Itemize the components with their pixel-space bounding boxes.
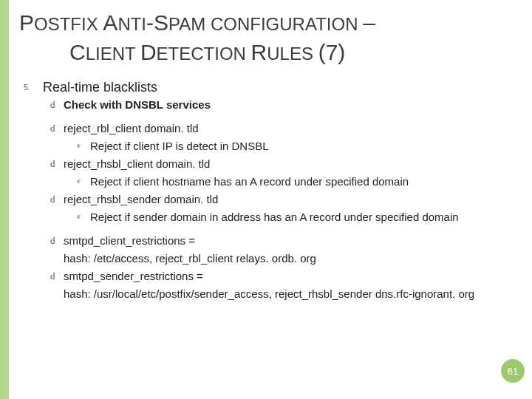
bullet-icon: ¢ (77, 210, 90, 225)
list-item: d Check with DNSBL services (50, 98, 510, 112)
list-item: d reject_rbl_client domain. tld (50, 121, 510, 136)
slide-body: 5. Real-time blacklists d Check with DNS… (0, 75, 532, 301)
list-item: d smtpd_client_restrictions = (50, 233, 510, 248)
bullet-icon: d (50, 157, 64, 171)
list-item: d smtpd_sender_restrictions = (50, 269, 510, 284)
bullet-icon: ¢ (77, 139, 90, 154)
slide-title-line2: CLIENT DETECTION RULES (7) (0, 40, 532, 75)
list-subitem: ¢ Reject if client IP is detect in DNSBL (77, 139, 510, 154)
list-continuation: hash: /usr/local/etc/postfix/sender_acce… (50, 287, 510, 301)
section-heading: Real-time blacklists (43, 80, 157, 95)
item-text: Reject if sender domain in address has a… (90, 210, 459, 225)
item-text: Check with DNSBL services (64, 98, 211, 112)
item-text: reject_rhsbl_sender domain. tld (64, 192, 218, 207)
bullet-icon: d (50, 192, 64, 207)
item-text: smtpd_client_restrictions = (64, 233, 195, 248)
bullet-icon: d (50, 269, 64, 284)
bullet-spacer (50, 287, 64, 301)
list-subitem: ¢ Reject if sender domain in address has… (77, 210, 510, 225)
item-text: reject_rbl_client domain. tld (64, 121, 199, 136)
item-text: Reject if client IP is detect in DNSBL (90, 139, 269, 154)
list-item: d reject_rhsbl_sender domain. tld (50, 192, 510, 207)
list-subitem: ¢ Reject if client hostname has an A rec… (77, 174, 510, 189)
item-text: Reject if client hostname has an A recor… (90, 174, 409, 189)
item-text: smtpd_sender_restrictions = (64, 269, 203, 284)
bullet-icon: d (50, 98, 64, 112)
numbered-heading: 5. Real-time blacklists (24, 80, 510, 95)
slide-title-line1: POSTFIX ANTI-SPAM CONFIGURATION – (0, 0, 532, 40)
list-item: d reject_rhsbl_client domain. tld (50, 157, 510, 171)
bullet-spacer (50, 251, 64, 266)
item-text: hash: /etc/access, reject_rbl_client rel… (64, 251, 316, 266)
list-continuation: hash: /etc/access, reject_rbl_client rel… (50, 251, 510, 266)
bullet-icon: d (50, 233, 64, 248)
list-number: 5. (24, 80, 43, 92)
item-text: hash: /usr/local/etc/postfix/sender_acce… (64, 287, 474, 301)
item-text: reject_rhsbl_client domain. tld (64, 157, 210, 171)
bullet-icon: d (50, 121, 64, 136)
page-number-badge: 61 (501, 359, 525, 383)
bullet-icon: ¢ (77, 174, 90, 189)
